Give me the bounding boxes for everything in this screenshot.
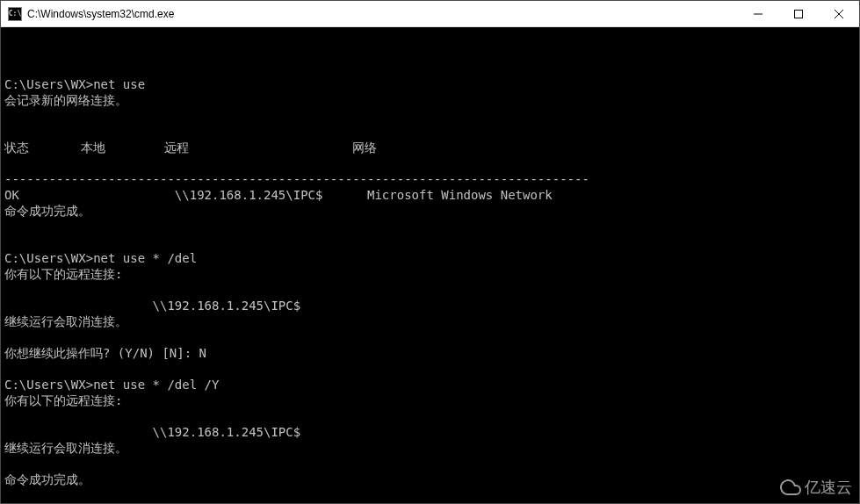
watermark: 亿速云 [780,477,852,498]
terminal-line: \\192.168.1.245\IPC$ [4,424,856,440]
cmd-icon: C:\ [8,7,22,21]
terminal-line [4,155,856,171]
terminal-line: 继续运行会取消连接。 [4,313,856,329]
terminal-line [4,124,856,140]
terminal-line: 继续运行会取消连接。 [4,440,856,456]
terminal-line [4,234,856,250]
terminal-line: 你想继续此操作吗? (Y/N) [N]: N [4,345,856,361]
svg-rect-1 [795,10,803,18]
cmd-window: C:\ C:\Windows\system32\cmd.exe C:\Users… [0,0,860,504]
window-title: C:\Windows\system32\cmd.exe [27,8,738,20]
watermark-text: 亿速云 [805,479,852,495]
terminal-line: \\192.168.1.245\IPC$ [4,298,856,313]
terminal-line: OK \\192.168.1.245\IPC$ Microsoft Window… [4,187,856,203]
terminal-area[interactable]: C:\Users\WX>net use会记录新的网络连接。 状态 本地 远程 网… [1,27,859,503]
terminal-line: C:\Users\WX>net use [4,76,856,92]
terminal-line: ----------------------------------------… [4,171,856,187]
terminal-line [4,282,856,298]
terminal-line: C:\Users\WX>net use * /del /Y [4,377,856,392]
terminal-line [4,219,856,234]
terminal-line: 命令成功完成。 [4,203,856,219]
cloud-icon [780,477,801,498]
terminal-line: C:\Users\WX>net use * /del [4,250,856,266]
terminal-line [4,487,856,503]
terminal-line [4,361,856,377]
maximize-button[interactable] [778,1,819,26]
terminal-line [4,456,856,472]
close-button[interactable] [819,1,859,26]
terminal-line: 你有以下的远程连接: [4,392,856,408]
terminal-line [4,108,856,124]
terminal-line: 会记录新的网络连接。 [4,92,856,108]
titlebar[interactable]: C:\ C:\Windows\system32\cmd.exe [1,1,859,27]
terminal-output: C:\Users\WX>net use会记录新的网络连接。 状态 本地 远程 网… [4,61,856,503]
terminal-line: 状态 本地 远程 网络 [4,140,856,155]
terminal-line [4,61,856,76]
terminal-line: 命令成功完成。 [4,472,856,487]
minimize-button[interactable] [738,1,778,26]
window-controls [738,1,859,26]
terminal-line [4,329,856,345]
terminal-line [4,408,856,424]
terminal-line: 你有以下的远程连接: [4,266,856,282]
